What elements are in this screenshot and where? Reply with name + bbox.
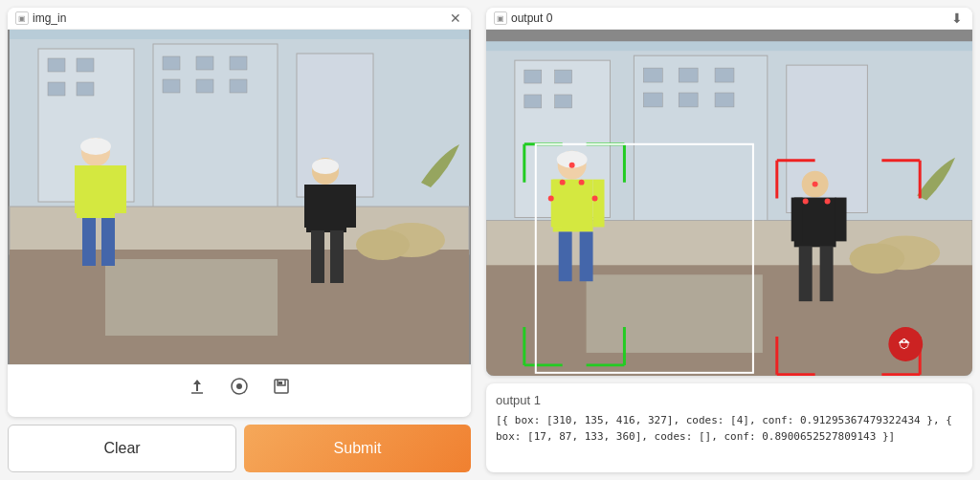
svg-point-35 (236, 383, 242, 389)
svg-rect-21 (75, 165, 86, 213)
output-image-card: ▣ output 0 ⬇ (486, 8, 972, 376)
upload-button[interactable] (184, 373, 211, 404)
output-image-area: ⛑ (486, 30, 972, 376)
svg-rect-55 (587, 274, 763, 353)
svg-rect-59 (551, 180, 563, 228)
save-button[interactable] (268, 373, 295, 404)
svg-rect-7 (48, 82, 65, 96)
input-image (8, 30, 471, 364)
svg-rect-28 (304, 185, 316, 228)
svg-rect-12 (163, 79, 180, 93)
svg-point-74 (813, 182, 818, 187)
svg-rect-73 (820, 246, 834, 301)
clear-button[interactable]: Clear (8, 425, 236, 472)
right-panel: ▣ output 0 ⬇ (479, 0, 980, 480)
svg-point-65 (579, 180, 585, 185)
copy-button[interactable] (226, 373, 253, 404)
svg-rect-9 (163, 56, 180, 70)
close-input-button[interactable]: ✕ (448, 11, 463, 25)
output-card-header: ▣ output 0 ⬇ (486, 8, 972, 30)
svg-rect-42 (787, 65, 868, 212)
svg-point-76 (825, 199, 831, 205)
svg-rect-52 (715, 93, 734, 107)
input-image-card: ▣ img_in ✕ (8, 8, 471, 417)
app-container: ▣ img_in ✕ (0, 0, 980, 480)
svg-rect-6 (77, 58, 94, 72)
svg-rect-22 (115, 165, 126, 213)
svg-rect-5 (48, 58, 65, 72)
svg-point-19 (80, 138, 111, 155)
bottom-buttons: Clear Submit (8, 425, 471, 472)
svg-rect-10 (196, 56, 213, 70)
output-tab-icon: ▣ (494, 11, 507, 25)
svg-point-64 (560, 180, 566, 185)
input-tab-title: ▣ img_in (15, 11, 66, 25)
image-card-header: ▣ img_in ✕ (8, 8, 471, 30)
output-tab-label: output 0 (511, 11, 552, 25)
svg-rect-70 (791, 198, 803, 242)
input-image-area (8, 30, 471, 364)
left-panel: ▣ img_in ✕ (0, 0, 479, 480)
svg-rect-51 (679, 93, 698, 107)
svg-point-67 (592, 196, 598, 202)
svg-rect-50 (643, 93, 662, 107)
svg-rect-60 (593, 180, 605, 228)
svg-rect-48 (679, 68, 698, 82)
svg-rect-47 (643, 68, 662, 82)
svg-point-26 (312, 159, 339, 174)
svg-point-63 (569, 163, 575, 168)
svg-rect-31 (330, 230, 344, 283)
svg-rect-45 (524, 95, 542, 108)
output-text-label: output 1 (496, 393, 963, 407)
svg-point-33 (356, 229, 410, 260)
svg-rect-11 (230, 56, 247, 70)
svg-rect-24 (101, 218, 115, 266)
svg-rect-44 (555, 70, 572, 83)
output-tab-title: ▣ output 0 (494, 11, 552, 25)
svg-rect-17 (105, 259, 278, 336)
svg-rect-61 (559, 231, 572, 281)
svg-point-66 (548, 196, 554, 202)
output-image: ⛑ (486, 30, 972, 376)
action-bar (8, 364, 471, 412)
submit-button[interactable]: Submit (244, 425, 471, 472)
svg-point-75 (803, 199, 809, 205)
download-output-button[interactable]: ⬇ (949, 11, 965, 25)
svg-rect-30 (311, 230, 324, 283)
svg-rect-71 (835, 198, 847, 242)
svg-rect-8 (77, 82, 94, 96)
output-text-card: output 1 [{ box: [310, 135, 416, 327], c… (486, 383, 972, 472)
svg-rect-49 (715, 68, 734, 82)
svg-rect-37 (278, 382, 282, 384)
svg-rect-72 (799, 246, 813, 301)
svg-rect-14 (230, 79, 247, 93)
svg-rect-62 (580, 231, 593, 281)
output-text-content: [{ box: [310, 135, 416, 327], codes: [4]… (496, 413, 963, 445)
svg-text:⛑: ⛑ (899, 337, 912, 352)
svg-rect-13 (196, 79, 213, 93)
image-tab-icon: ▣ (15, 11, 29, 25)
svg-point-78 (850, 243, 905, 273)
svg-rect-23 (82, 218, 96, 266)
svg-rect-46 (555, 95, 572, 108)
svg-rect-43 (524, 70, 542, 83)
input-tab-label: img_in (33, 11, 66, 25)
svg-rect-29 (345, 185, 356, 228)
